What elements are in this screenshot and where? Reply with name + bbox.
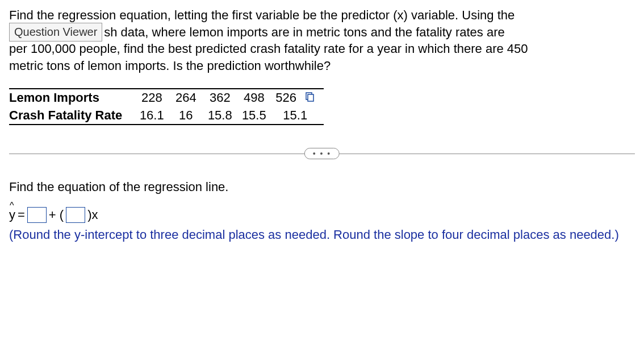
question-line-4: metric tons of lemon imports. Is the pre…: [9, 59, 331, 73]
close-paren-x: )x: [87, 208, 98, 222]
question-line-2: sh data, where lemon imports are in metr…: [104, 25, 505, 39]
rounding-instruction: (Round the y-intercept to three decimal …: [9, 226, 635, 243]
plus-paren: + (: [49, 208, 64, 222]
expand-button[interactable]: • • •: [304, 148, 340, 159]
question-viewer-button[interactable]: Question Viewer: [9, 23, 102, 42]
table-row: Lemon Imports 228 264 362 498 526: [9, 89, 324, 107]
data-table: Lemon Imports 228 264 362 498 526 Crash …: [9, 88, 324, 125]
table-cell: 526: [275, 89, 324, 107]
table-cell: 15.1: [275, 107, 324, 125]
table-cell: 264: [173, 89, 207, 107]
section-divider: • • •: [9, 148, 635, 159]
prompt-text: Find the equation of the regression line…: [9, 180, 635, 194]
table-cell: 15.5: [241, 107, 275, 125]
regression-equation: y = + ( )x: [9, 207, 635, 223]
y-hat-symbol: y: [9, 208, 15, 222]
question-text: Find the regression equation, letting th…: [9, 7, 635, 74]
table-cell-value: 526: [275, 90, 296, 105]
equals-sign: =: [18, 208, 25, 222]
table-cell: 498: [241, 89, 275, 107]
question-line-3: per 100,000 people, find the best predic…: [9, 42, 528, 56]
table-cell: 16: [173, 107, 207, 125]
table-row: Crash Fatality Rate 16.1 16 15.8 15.5 15…: [9, 107, 324, 125]
copy-icon[interactable]: [304, 91, 315, 106]
table-cell: 15.8: [207, 107, 241, 125]
intercept-input[interactable]: [27, 207, 47, 223]
table-cell: 228: [139, 89, 173, 107]
table-cell: 16.1: [139, 107, 173, 125]
svg-rect-1: [308, 94, 313, 101]
row-label: Crash Fatality Rate: [9, 107, 139, 125]
question-line-1: Find the regression equation, letting th…: [9, 8, 515, 22]
slope-input[interactable]: [66, 207, 85, 223]
row-label: Lemon Imports: [9, 89, 139, 107]
table-cell: 362: [207, 89, 241, 107]
